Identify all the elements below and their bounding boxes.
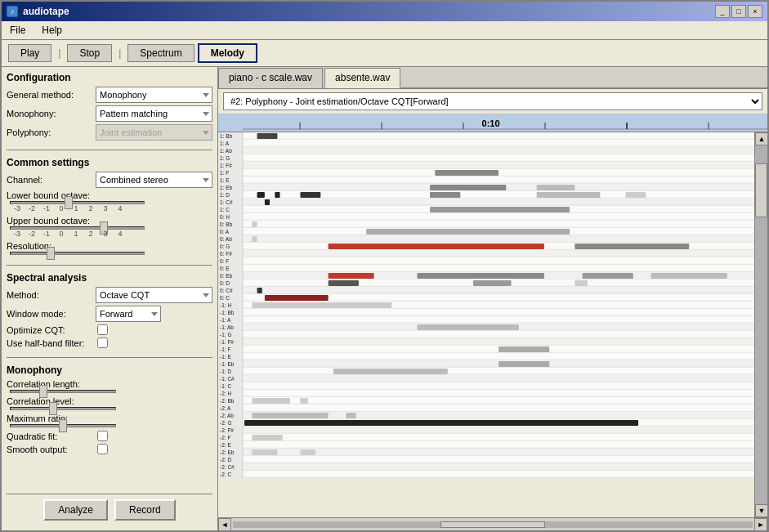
- corr-length-slider[interactable]: [10, 390, 116, 393]
- analyze-button[interactable]: Analyze: [43, 499, 108, 521]
- scroll-down-button[interactable]: ▼: [755, 504, 767, 517]
- svg-rect-104: [329, 244, 544, 249]
- optimize-checkbox[interactable]: [97, 324, 108, 335]
- method-dropdown[interactable]: #2: Polyphony - Joint estimation/Octave …: [223, 92, 762, 110]
- svg-rect-182: [218, 346, 754, 352]
- svg-rect-245: [218, 427, 754, 433]
- svg-text:1: D: 1: D: [220, 192, 230, 198]
- polyphony-select[interactable]: Joint estimation: [96, 124, 212, 141]
- menu-help[interactable]: Help: [37, 23, 67, 38]
- close-button[interactable]: ×: [748, 5, 762, 18]
- monophony-label: Monophony:: [7, 109, 92, 118]
- svg-rect-188: [218, 353, 754, 360]
- tab-piano[interactable]: piano - c scale.wav: [218, 68, 323, 88]
- scroll-left-button[interactable]: ◄: [218, 518, 231, 531]
- play-button[interactable]: Play: [8, 44, 51, 62]
- svg-rect-128: [583, 273, 633, 279]
- vert-scrollbar[interactable]: ▲ ▼: [754, 132, 767, 517]
- svg-text:-1: F#: -1: F#: [220, 339, 234, 345]
- svg-rect-15: [218, 140, 754, 146]
- svg-rect-76: [218, 213, 754, 220]
- halfband-checkbox[interactable]: [97, 338, 108, 348]
- monophony-select[interactable]: Pattern matching Autocorrelation: [96, 105, 212, 122]
- svg-text:-1: H: -1: H: [220, 302, 231, 308]
- max-ratio-slider[interactable]: [10, 424, 116, 427]
- svg-rect-161: [218, 316, 754, 323]
- stop-button[interactable]: Stop: [67, 44, 112, 62]
- lower-scale: -3-2-101234: [10, 204, 212, 212]
- svg-text:-1: G: -1: G: [220, 332, 231, 338]
- scroll-right-button[interactable]: ►: [754, 518, 767, 531]
- svg-rect-187: [499, 346, 549, 352]
- horiz-scrollbar-thumb[interactable]: [440, 521, 544, 528]
- svg-text:-1: Eb: -1: Eb: [220, 361, 235, 367]
- dropdown-row: #2: Polyphony - Joint estimation/Octave …: [218, 89, 767, 114]
- svg-rect-199: [218, 368, 754, 374]
- scroll-up-button[interactable]: ▲: [755, 132, 767, 145]
- channel-select[interactable]: Combined stereo Left Right: [96, 172, 212, 188]
- smooth-label: Smooth output:: [7, 445, 92, 454]
- vert-scrollbar-thumb[interactable]: [755, 163, 767, 217]
- lower-bound-row: Lower bound octave: -3-2-101234: [7, 190, 212, 212]
- svg-rect-9: [218, 132, 754, 139]
- horiz-scrollbar[interactable]: ◄ ►: [218, 517, 767, 530]
- app-icon: ♪: [7, 6, 18, 17]
- corr-level-slider[interactable]: [10, 407, 116, 410]
- max-ratio-row: Maximum ratio:: [7, 414, 212, 427]
- svg-text:-1: Ab: -1: Ab: [220, 324, 234, 330]
- svg-rect-105: [575, 244, 689, 249]
- main-content: Configuration General method: Monophony …: [2, 67, 767, 530]
- svg-rect-129: [651, 273, 727, 279]
- spectrum-button[interactable]: Spectrum: [127, 44, 194, 62]
- smooth-row: Smooth output:: [7, 444, 212, 454]
- main-window: ♪ audiotape _ □ × File Help Play | Stop …: [0, 0, 769, 532]
- window-label: Window mode:: [7, 309, 92, 319]
- piano-roll-area: 1: Bb1: A1: Ab1: G1: F#1: F1: E1: Eb1: D…: [218, 132, 767, 530]
- melody-button[interactable]: Melody: [198, 43, 257, 63]
- svg-text:-1: A: -1: A: [220, 317, 231, 323]
- window-select[interactable]: Forward Backward: [96, 306, 161, 322]
- svg-rect-215: [218, 390, 754, 396]
- svg-rect-75: [430, 207, 570, 212]
- resolution-slider[interactable]: [10, 252, 145, 255]
- svg-rect-127: [417, 273, 544, 279]
- svg-rect-81: [218, 221, 754, 227]
- svg-text:-1: D: -1: D: [220, 369, 231, 374]
- maximize-button[interactable]: □: [731, 5, 746, 18]
- quad-fit-checkbox[interactable]: [97, 431, 108, 441]
- svg-text:-1: Bb: -1: Bb: [220, 310, 235, 315]
- smooth-checkbox[interactable]: [97, 444, 108, 454]
- svg-text:-2: C: -2: C: [220, 472, 231, 477]
- channel-row: Channel: Combined stereo Left Right: [7, 172, 212, 188]
- piano-grid-container: 1: Bb1: A1: Ab1: G1: F#1: F1: E1: Eb1: D…: [218, 132, 754, 517]
- svg-rect-244: [244, 420, 638, 426]
- menu-file[interactable]: File: [5, 23, 30, 38]
- corr-length-row: Correlation length:: [7, 379, 212, 393]
- svg-rect-268: [218, 456, 754, 463]
- method-select[interactable]: Octave CQT FFT: [96, 287, 212, 303]
- svg-text:-1: E: -1: E: [220, 354, 231, 360]
- svg-text:0: G: 0: G: [220, 244, 230, 249]
- svg-rect-237: [252, 413, 328, 418]
- window-controls: _ □ ×: [715, 5, 762, 18]
- svg-rect-138: [218, 287, 754, 293]
- svg-text:1: C#: 1: C#: [220, 199, 233, 205]
- general-method-select[interactable]: Monophony Polyphony: [96, 87, 212, 103]
- svg-rect-98: [252, 236, 257, 242]
- svg-rect-220: [218, 397, 754, 404]
- svg-text:1: C: 1: C: [220, 207, 230, 212]
- record-button[interactable]: Record: [114, 499, 176, 521]
- svg-rect-156: [218, 309, 754, 315]
- tab-absente[interactable]: absente.wav: [324, 68, 400, 88]
- svg-rect-25: [218, 154, 754, 161]
- horiz-scrollbar-track[interactable]: [233, 521, 753, 528]
- minimize-button[interactable]: _: [715, 5, 730, 18]
- svg-rect-58: [257, 192, 265, 198]
- general-method-row: General method: Monophony Polyphony: [7, 87, 212, 103]
- svg-text:0: D: 0: D: [220, 280, 230, 286]
- vert-scrollbar-track[interactable]: [755, 145, 767, 504]
- svg-rect-205: [218, 375, 754, 382]
- svg-rect-20: [218, 147, 754, 154]
- svg-rect-278: [218, 471, 754, 477]
- window-row: Window mode: Forward Backward: [7, 306, 212, 322]
